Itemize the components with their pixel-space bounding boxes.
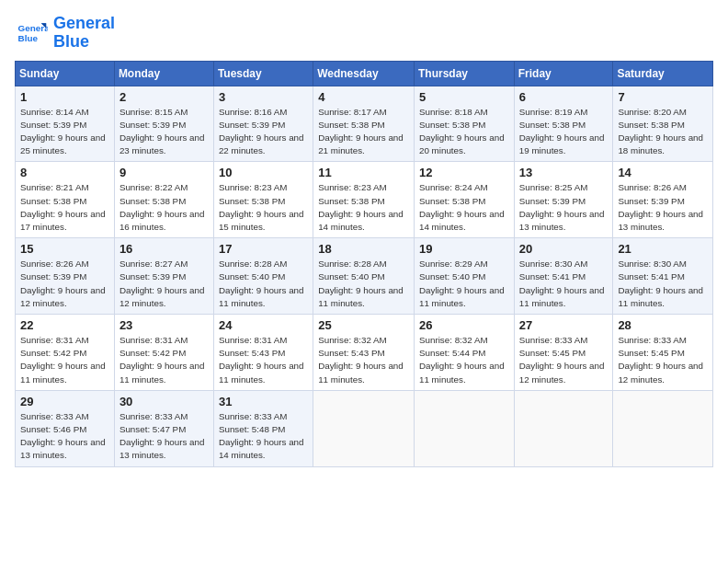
logo-text: GeneralBlue bbox=[53, 15, 115, 52]
calendar-cell: 12 Sunrise: 8:24 AMSunset: 5:38 PMDaylig… bbox=[415, 162, 515, 238]
calendar-cell: 26 Sunrise: 8:32 AMSunset: 5:44 PMDaylig… bbox=[415, 315, 515, 391]
weekday-header-wednesday: Wednesday bbox=[313, 61, 415, 86]
day-detail: Sunrise: 8:23 AMSunset: 5:38 PMDaylight:… bbox=[219, 182, 304, 232]
day-detail: Sunrise: 8:29 AMSunset: 5:40 PMDaylight:… bbox=[419, 259, 505, 308]
day-number: 31 bbox=[219, 395, 308, 408]
day-detail: Sunrise: 8:33 AMSunset: 5:45 PMDaylight:… bbox=[618, 335, 703, 385]
calendar-cell: 19 Sunrise: 8:29 AMSunset: 5:40 PMDaylig… bbox=[415, 238, 515, 315]
day-detail: Sunrise: 8:28 AMSunset: 5:40 PMDaylight:… bbox=[219, 259, 304, 308]
calendar-table: SundayMondayTuesdayWednesdayThursdayFrid… bbox=[15, 61, 713, 467]
day-number: 16 bbox=[119, 242, 209, 256]
day-detail: Sunrise: 8:21 AMSunset: 5:38 PMDaylight:… bbox=[20, 182, 106, 232]
calendar-cell: 23 Sunrise: 8:31 AMSunset: 5:42 PMDaylig… bbox=[114, 315, 213, 391]
day-number: 17 bbox=[219, 242, 308, 256]
day-number: 1 bbox=[20, 90, 109, 104]
weekday-header-tuesday: Tuesday bbox=[213, 61, 313, 86]
day-detail: Sunrise: 8:30 AMSunset: 5:41 PMDaylight:… bbox=[519, 259, 605, 308]
day-number: 30 bbox=[119, 395, 209, 408]
day-detail: Sunrise: 8:33 AMSunset: 5:45 PMDaylight:… bbox=[519, 335, 605, 385]
day-detail: Sunrise: 8:16 AMSunset: 5:39 PMDaylight:… bbox=[219, 107, 304, 156]
calendar-cell: 9 Sunrise: 8:22 AMSunset: 5:38 PMDayligh… bbox=[114, 162, 213, 238]
day-detail: Sunrise: 8:26 AMSunset: 5:39 PMDaylight:… bbox=[20, 259, 106, 308]
day-number: 21 bbox=[618, 242, 708, 256]
calendar-cell bbox=[514, 390, 613, 466]
day-number: 19 bbox=[419, 242, 509, 256]
day-number: 29 bbox=[20, 395, 109, 408]
day-number: 14 bbox=[618, 166, 708, 179]
day-number: 7 bbox=[618, 90, 708, 104]
day-number: 11 bbox=[318, 166, 409, 179]
calendar-cell: 1 Sunrise: 8:14 AMSunset: 5:39 PMDayligh… bbox=[16, 86, 115, 162]
day-number: 23 bbox=[119, 318, 209, 332]
day-number: 6 bbox=[519, 90, 609, 104]
calendar-cell: 7 Sunrise: 8:20 AMSunset: 5:38 PMDayligh… bbox=[613, 86, 713, 162]
weekday-header-thursday: Thursday bbox=[415, 61, 515, 86]
calendar-cell: 17 Sunrise: 8:28 AMSunset: 5:40 PMDaylig… bbox=[213, 238, 313, 315]
svg-text:Blue: Blue bbox=[18, 33, 39, 43]
calendar-cell: 11 Sunrise: 8:23 AMSunset: 5:38 PMDaylig… bbox=[313, 162, 415, 238]
calendar-cell: 15 Sunrise: 8:26 AMSunset: 5:39 PMDaylig… bbox=[16, 238, 115, 315]
day-number: 18 bbox=[318, 242, 409, 256]
calendar-cell: 20 Sunrise: 8:30 AMSunset: 5:41 PMDaylig… bbox=[514, 238, 613, 315]
day-detail: Sunrise: 8:27 AMSunset: 5:39 PMDaylight:… bbox=[119, 259, 205, 308]
day-detail: Sunrise: 8:31 AMSunset: 5:43 PMDaylight:… bbox=[219, 335, 304, 385]
weekday-header-sunday: Sunday bbox=[16, 61, 115, 86]
day-detail: Sunrise: 8:28 AMSunset: 5:40 PMDaylight:… bbox=[318, 259, 404, 308]
day-detail: Sunrise: 8:24 AMSunset: 5:38 PMDaylight:… bbox=[419, 182, 505, 232]
day-detail: Sunrise: 8:25 AMSunset: 5:39 PMDaylight:… bbox=[519, 182, 605, 232]
calendar-cell: 16 Sunrise: 8:27 AMSunset: 5:39 PMDaylig… bbox=[114, 238, 213, 315]
calendar-cell: 25 Sunrise: 8:32 AMSunset: 5:43 PMDaylig… bbox=[313, 315, 415, 391]
day-number: 9 bbox=[119, 166, 209, 179]
calendar-cell: 22 Sunrise: 8:31 AMSunset: 5:42 PMDaylig… bbox=[16, 315, 115, 391]
calendar-cell: 21 Sunrise: 8:30 AMSunset: 5:41 PMDaylig… bbox=[613, 238, 713, 315]
day-detail: Sunrise: 8:30 AMSunset: 5:41 PMDaylight:… bbox=[618, 259, 703, 308]
day-number: 3 bbox=[219, 90, 308, 104]
day-detail: Sunrise: 8:33 AMSunset: 5:46 PMDaylight:… bbox=[20, 411, 106, 461]
day-number: 12 bbox=[419, 166, 509, 179]
calendar-cell: 18 Sunrise: 8:28 AMSunset: 5:40 PMDaylig… bbox=[313, 238, 415, 315]
calendar-cell: 10 Sunrise: 8:23 AMSunset: 5:38 PMDaylig… bbox=[213, 162, 313, 238]
day-number: 25 bbox=[318, 318, 409, 332]
day-number: 24 bbox=[219, 318, 308, 332]
day-detail: Sunrise: 8:22 AMSunset: 5:38 PMDaylight:… bbox=[119, 182, 205, 232]
calendar-cell bbox=[313, 390, 415, 466]
calendar-cell: 24 Sunrise: 8:31 AMSunset: 5:43 PMDaylig… bbox=[213, 315, 313, 391]
day-number: 15 bbox=[20, 242, 109, 256]
day-number: 27 bbox=[519, 318, 609, 332]
day-number: 22 bbox=[20, 318, 109, 332]
day-detail: Sunrise: 8:33 AMSunset: 5:47 PMDaylight:… bbox=[119, 411, 205, 461]
day-detail: Sunrise: 8:31 AMSunset: 5:42 PMDaylight:… bbox=[119, 335, 205, 385]
day-number: 20 bbox=[519, 242, 609, 256]
day-detail: Sunrise: 8:33 AMSunset: 5:48 PMDaylight:… bbox=[219, 411, 304, 461]
calendar-cell: 5 Sunrise: 8:18 AMSunset: 5:38 PMDayligh… bbox=[415, 86, 515, 162]
day-detail: Sunrise: 8:32 AMSunset: 5:44 PMDaylight:… bbox=[419, 335, 505, 385]
weekday-header-monday: Monday bbox=[114, 61, 213, 86]
day-number: 28 bbox=[618, 318, 708, 332]
calendar-cell: 31 Sunrise: 8:33 AMSunset: 5:48 PMDaylig… bbox=[213, 390, 313, 466]
calendar-cell bbox=[613, 390, 713, 466]
day-detail: Sunrise: 8:31 AMSunset: 5:42 PMDaylight:… bbox=[20, 335, 106, 385]
calendar-cell: 29 Sunrise: 8:33 AMSunset: 5:46 PMDaylig… bbox=[16, 390, 115, 466]
calendar-cell bbox=[415, 390, 515, 466]
day-detail: Sunrise: 8:32 AMSunset: 5:43 PMDaylight:… bbox=[318, 335, 404, 385]
calendar-cell: 13 Sunrise: 8:25 AMSunset: 5:39 PMDaylig… bbox=[514, 162, 613, 238]
calendar-header: General Blue GeneralBlue bbox=[15, 15, 713, 52]
calendar-cell: 3 Sunrise: 8:16 AMSunset: 5:39 PMDayligh… bbox=[213, 86, 313, 162]
day-number: 26 bbox=[419, 318, 509, 332]
day-number: 8 bbox=[20, 166, 109, 179]
day-detail: Sunrise: 8:17 AMSunset: 5:38 PMDaylight:… bbox=[318, 107, 404, 156]
logo: General Blue GeneralBlue bbox=[15, 15, 115, 52]
calendar-cell: 14 Sunrise: 8:26 AMSunset: 5:39 PMDaylig… bbox=[613, 162, 713, 238]
day-number: 10 bbox=[219, 166, 308, 179]
weekday-header-saturday: Saturday bbox=[613, 61, 713, 86]
calendar-cell: 8 Sunrise: 8:21 AMSunset: 5:38 PMDayligh… bbox=[16, 162, 115, 238]
calendar-cell: 28 Sunrise: 8:33 AMSunset: 5:45 PMDaylig… bbox=[613, 315, 713, 391]
day-detail: Sunrise: 8:26 AMSunset: 5:39 PMDaylight:… bbox=[618, 182, 703, 232]
calendar-cell: 6 Sunrise: 8:19 AMSunset: 5:38 PMDayligh… bbox=[514, 86, 613, 162]
day-detail: Sunrise: 8:20 AMSunset: 5:38 PMDaylight:… bbox=[618, 107, 703, 156]
day-detail: Sunrise: 8:23 AMSunset: 5:38 PMDaylight:… bbox=[318, 182, 404, 232]
logo-icon: General Blue bbox=[15, 17, 48, 50]
day-number: 13 bbox=[519, 166, 609, 179]
calendar-cell: 2 Sunrise: 8:15 AMSunset: 5:39 PMDayligh… bbox=[114, 86, 213, 162]
day-detail: Sunrise: 8:18 AMSunset: 5:38 PMDaylight:… bbox=[419, 107, 505, 156]
